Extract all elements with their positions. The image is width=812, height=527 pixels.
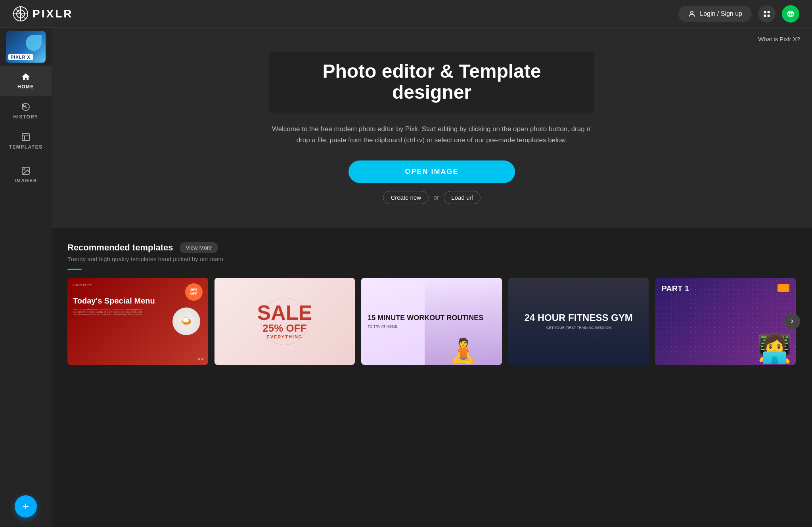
dot-icon bbox=[198, 358, 200, 360]
hero-title: Photo editor & Template designer bbox=[285, 61, 578, 103]
tpl5-part-label: PART 1 bbox=[661, 284, 689, 293]
template-card-workout[interactable]: 15 MINUTE WORKOUT ROUTINES TO TRY AT HOM… bbox=[361, 278, 502, 365]
svg-rect-7 bbox=[768, 11, 770, 13]
main-content: What is Pixlr X? Photo editor & Template… bbox=[52, 28, 812, 527]
template-card-video[interactable]: PART 1 👩‍💻 bbox=[655, 278, 796, 365]
svg-rect-16 bbox=[22, 134, 29, 141]
tpl3-subtitle: TO TRY AT HOME bbox=[368, 325, 496, 328]
grid-icon bbox=[763, 10, 771, 18]
hero-secondary-actions: Create new or Load url bbox=[269, 191, 594, 204]
pixlr-x-thumbnail[interactable]: PIXLR X bbox=[6, 31, 46, 63]
logo-area: PIXLR bbox=[13, 6, 73, 22]
tpl1-logo: LOGO HERE bbox=[73, 283, 203, 287]
what-is-button[interactable]: What is Pixlr X? bbox=[758, 36, 800, 42]
templates-section: Recommended templates View More Trendy a… bbox=[52, 228, 812, 381]
templates-row: LOGO HERE 40% OFF Today's Special Menu 🍛… bbox=[67, 278, 796, 365]
template-card-gym[interactable]: 24 HOUR FITNESS GYM GET YOUR FIRST TRAIN… bbox=[508, 278, 649, 365]
templates-next-button[interactable] bbox=[784, 313, 800, 329]
svg-rect-8 bbox=[764, 14, 766, 17]
user-icon bbox=[688, 10, 696, 18]
sidebar-divider bbox=[5, 158, 46, 158]
pixlr-x-badge: PIXLR X bbox=[8, 54, 33, 60]
hero-content: Photo editor & Template designer Welcome… bbox=[269, 52, 594, 204]
sidebar-item-home[interactable]: HOME bbox=[0, 66, 52, 96]
tpl2-circle-decoration bbox=[261, 298, 308, 345]
login-button[interactable]: Login / Sign up bbox=[678, 6, 752, 22]
hero-description: Welcome to the free modern photo editor … bbox=[269, 124, 594, 147]
sidebar-item-templates[interactable]: TEMPLATES bbox=[0, 126, 52, 156]
templates-row-wrapper: LOGO HERE 40% OFF Today's Special Menu 🍛… bbox=[67, 278, 796, 365]
language-button[interactable] bbox=[782, 5, 799, 23]
template-card-menu[interactable]: LOGO HERE 40% OFF Today's Special Menu 🍛… bbox=[67, 278, 208, 365]
logo-text: PIXLR bbox=[33, 8, 73, 20]
sidebar-nav: HOME HISTORY TEMPLATES bbox=[0, 66, 52, 489]
tpl5-person-icon: 👩‍💻 bbox=[757, 332, 792, 365]
section-header: Recommended templates View More bbox=[67, 242, 796, 253]
sidebar-item-images[interactable]: IMAGES bbox=[0, 160, 52, 190]
svg-point-20 bbox=[24, 169, 25, 170]
apps-button[interactable] bbox=[758, 5, 776, 23]
tpl1-badge: 40% OFF bbox=[185, 283, 203, 301]
plus-icon: + bbox=[23, 500, 29, 513]
nav-right: Login / Sign up bbox=[678, 5, 799, 23]
home-icon bbox=[21, 72, 31, 82]
tpl4-title: 24 HOUR FITNESS GYM bbox=[524, 313, 632, 323]
template-card-sale[interactable]: SALE 25% OFF EVERYTHING bbox=[214, 278, 355, 365]
or-separator: or bbox=[433, 194, 439, 201]
images-icon bbox=[21, 166, 31, 176]
view-more-button[interactable]: View More bbox=[180, 242, 218, 253]
hero-section: What is Pixlr X? Photo editor & Template… bbox=[52, 28, 812, 228]
sidebar: PIXLR X HOME HISTORY bbox=[0, 28, 52, 527]
tpl4-subtitle: GET YOUR FIRST TRAINING SESSION bbox=[546, 326, 611, 330]
svg-rect-6 bbox=[764, 11, 766, 13]
section-title: Recommended templates bbox=[67, 242, 173, 253]
tpl1-food-icon: 🍛 bbox=[172, 307, 200, 335]
load-url-button[interactable]: Load url bbox=[444, 191, 480, 204]
open-image-button[interactable]: OPEN IMAGE bbox=[349, 160, 515, 183]
chevron-right-icon bbox=[789, 318, 795, 325]
history-icon bbox=[21, 102, 31, 112]
topnav: PIXLR Login / Sign up bbox=[0, 0, 812, 28]
svg-rect-9 bbox=[768, 14, 770, 17]
add-button[interactable]: + bbox=[15, 495, 37, 517]
sidebar-item-history[interactable]: HISTORY bbox=[0, 96, 52, 126]
templates-icon bbox=[21, 132, 31, 142]
tpl5-accent-badge bbox=[778, 284, 789, 292]
globe-icon bbox=[787, 10, 795, 18]
tpl1-title: Today's Special Menu bbox=[73, 296, 203, 305]
create-new-button[interactable]: Create new bbox=[383, 191, 429, 204]
hero-title-box: Photo editor & Template designer bbox=[269, 52, 594, 113]
dot-icon bbox=[201, 358, 203, 360]
svg-point-5 bbox=[691, 11, 693, 14]
tpl1-description: Food is any substance consumed to provid… bbox=[73, 308, 144, 315]
tpl3-title: 15 MINUTE WORKOUT ROUTINES bbox=[368, 314, 496, 322]
section-accent-line bbox=[67, 269, 82, 270]
tpl1-navigation-dots bbox=[198, 358, 203, 360]
pixlr-logo-icon bbox=[13, 6, 29, 22]
section-subtitle: Trendy and high quality templates hand p… bbox=[67, 256, 796, 262]
layout: PIXLR X HOME HISTORY bbox=[0, 28, 812, 527]
